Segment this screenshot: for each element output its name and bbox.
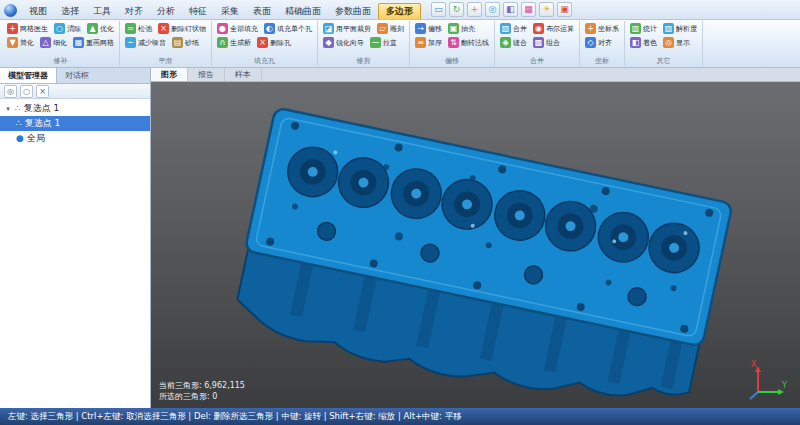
ribbon-button-用平面裁剪[interactable]: ◪用平面裁剪: [321, 22, 373, 35]
ribbon-button-减少噪音[interactable]: ∼减少噪音: [123, 36, 168, 49]
ribbon-button-删除孔[interactable]: ×删除孔: [255, 36, 293, 49]
snapshot-icon[interactable]: ▣: [557, 2, 572, 17]
ribbon-button-填充单个孔[interactable]: ◐填充单个孔: [262, 22, 314, 35]
sidebar-tab-对话框[interactable]: 对话框: [57, 68, 97, 83]
ribbon-button-缝合[interactable]: ◈缝合: [498, 36, 529, 49]
boolean-icon: ◉: [533, 23, 544, 34]
pan-view-icon[interactable]: +: [467, 2, 482, 17]
menu-tab-对齐[interactable]: 对齐: [118, 4, 150, 19]
menu-tab-参数曲面[interactable]: 参数曲面: [328, 4, 378, 19]
tree-item-复选点 1[interactable]: ▾∴复选点 1: [0, 101, 150, 116]
menu-tab-精确曲面[interactable]: 精确曲面: [278, 4, 328, 19]
ribbon-button-label: 着色: [643, 38, 657, 48]
ribbon-button-label: 对齐: [598, 38, 612, 48]
shade-view-icon[interactable]: ◧: [503, 2, 518, 17]
remove-spikes-icon: ×: [158, 23, 169, 34]
viewport-tab-图形[interactable]: 图形: [151, 68, 188, 81]
wireframe-view-icon[interactable]: ▦: [521, 2, 536, 17]
tree-item-label: 全局: [27, 132, 45, 145]
ribbon: +网格医生○清除▲优化▼简化△细化▦重画网格修补≈松弛×删除钉状物∼减少噪音▤砂…: [0, 20, 800, 68]
ribbon-button-翻转法线[interactable]: ⇅翻转法线: [446, 36, 491, 49]
app-logo-icon[interactable]: [4, 4, 17, 17]
ribbon-button-锐化向导[interactable]: ◆锐化向导: [321, 36, 366, 49]
ribbon-button-label: 布尔运算: [546, 24, 574, 34]
ribbon-button-解析度[interactable]: ▨解析度: [661, 22, 699, 35]
axis-triad: X Y: [746, 358, 790, 402]
sidebar-tab-模型管理器[interactable]: 模型管理器: [0, 68, 57, 83]
ribbon-button-显示[interactable]: ◎显示: [661, 36, 692, 49]
ribbon-button-砂纸[interactable]: ▤砂纸: [170, 36, 201, 49]
csys-icon: +: [585, 23, 596, 34]
ribbon-group-caption: 合并: [498, 56, 576, 66]
ribbon-group-caption: 平滑: [123, 56, 208, 66]
ribbon-button-着色[interactable]: ◧着色: [628, 36, 659, 49]
sharpen-wizard-icon: ◆: [323, 37, 334, 48]
ribbon-button-生成桥[interactable]: ∩生成桥: [215, 36, 253, 49]
ribbon-button-优化[interactable]: ▲优化: [85, 22, 116, 35]
ribbon-button-合并[interactable]: ▧合并: [498, 22, 529, 35]
ribbon-group-合并: ▧合并◉布尔运算◈缝合▩组合合并: [495, 21, 580, 66]
main-area: 模型管理器对话框 ◎○× ▾∴复选点 1∴复选点 1●全局 图形报告样本: [0, 68, 800, 408]
ribbon-group-修剪: ◪用平面裁剪▱雕刻◆锐化向导—拉直修剪: [318, 21, 410, 66]
stitch-icon: ◈: [500, 37, 511, 48]
ribbon-group-caption: 其它: [628, 56, 699, 66]
menu-tab-多边形[interactable]: 多边形: [378, 3, 421, 19]
light-view-icon[interactable]: ☀: [539, 2, 554, 17]
viewport-canvas[interactable]: 当前三角形: 6,962,115 所选的三角形: 0 X Y: [151, 82, 800, 408]
ribbon-group-填充孔: ●全部填充◐填充单个孔∩生成桥×删除孔填充孔: [212, 21, 318, 66]
viewport-tab-报告[interactable]: 报告: [188, 68, 225, 81]
ribbon-button-细化[interactable]: △细化: [38, 36, 69, 49]
tree-item-全局[interactable]: ●全局: [0, 131, 150, 146]
show-all-icon[interactable]: ◎: [4, 85, 17, 98]
ribbon-button-简化[interactable]: ▼简化: [5, 36, 36, 49]
ribbon-button-清除[interactable]: ○清除: [52, 22, 83, 35]
ribbon-button-组合[interactable]: ▩组合: [531, 36, 562, 49]
rotate-view-icon[interactable]: ↻: [449, 2, 464, 17]
ribbon-button-label: 抽壳: [461, 24, 475, 34]
viewport-tab-样本[interactable]: 样本: [225, 68, 262, 81]
ribbon-button-坐标系[interactable]: +坐标系: [583, 22, 621, 35]
ribbon-group-偏移: →偏移▣抽壳≡加厚⇅翻转法线偏移: [410, 21, 495, 66]
ribbon-button-松弛[interactable]: ≈松弛: [123, 22, 154, 35]
menu-tab-工具[interactable]: 工具: [86, 4, 118, 19]
menu-tab-特征[interactable]: 特征: [182, 4, 214, 19]
ribbon-button-拉直[interactable]: —拉直: [368, 36, 399, 49]
tree-item-label: 复选点 1: [25, 117, 61, 130]
ribbon-button-label: 生成桥: [230, 38, 251, 48]
menu-tab-选择[interactable]: 选择: [54, 4, 86, 19]
sandpaper-icon: ▤: [172, 37, 183, 48]
ribbon-button-抽壳[interactable]: ▣抽壳: [446, 22, 477, 35]
ribbon-button-布尔运算[interactable]: ◉布尔运算: [531, 22, 576, 35]
trim-plane-icon: ◪: [323, 23, 334, 34]
ribbon-button-对齐[interactable]: ◇对齐: [583, 36, 614, 49]
ribbon-group-修补: +网格医生○清除▲优化▼简化△细化▦重画网格修补: [2, 21, 120, 66]
statistics-icon: ▥: [630, 23, 641, 34]
ribbon-group-其它: ▥统计▨解析度◧着色◎显示其它: [625, 21, 703, 66]
model-manager-panel: 模型管理器对话框 ◎○× ▾∴复选点 1∴复选点 1●全局: [0, 68, 151, 408]
ribbon-group-caption: 坐标: [583, 56, 621, 66]
zoom-view-icon[interactable]: ◎: [485, 2, 500, 17]
expander-icon[interactable]: ▾: [4, 105, 12, 113]
engine-head-model[interactable]: [151, 82, 800, 408]
ribbon-button-删除钉状物[interactable]: ×删除钉状物: [156, 22, 208, 35]
current-triangles-text: 当前三角形: 6,962,115: [159, 380, 245, 391]
menu-tab-表面[interactable]: 表面: [246, 4, 278, 19]
fit-view-icon[interactable]: ▭: [431, 2, 446, 17]
ribbon-button-偏移[interactable]: →偏移: [413, 22, 444, 35]
menu-tab-分析[interactable]: 分析: [150, 4, 182, 19]
tree-item-复选点 1[interactable]: ∴复选点 1: [0, 116, 150, 131]
ribbon-button-加厚[interactable]: ≡加厚: [413, 36, 444, 49]
selected-triangles-text: 所选的三角形: 0: [159, 391, 245, 402]
ribbon-button-雕刻[interactable]: ▱雕刻: [375, 22, 406, 35]
menu-tab-采集[interactable]: 采集: [214, 4, 246, 19]
menu-tab-视图[interactable]: 视图: [22, 4, 54, 19]
hide-all-icon[interactable]: ○: [20, 85, 33, 98]
ribbon-group-caption: 修剪: [321, 56, 406, 66]
delete-item-icon[interactable]: ×: [36, 85, 49, 98]
ribbon-button-label: 翻转法线: [461, 38, 489, 48]
ribbon-button-label: 网格医生: [20, 24, 48, 34]
ribbon-button-统计[interactable]: ▥统计: [628, 22, 659, 35]
ribbon-button-重画网格[interactable]: ▦重画网格: [71, 36, 116, 49]
ribbon-button-全部填充[interactable]: ●全部填充: [215, 22, 260, 35]
ribbon-button-网格医生[interactable]: +网格医生: [5, 22, 50, 35]
